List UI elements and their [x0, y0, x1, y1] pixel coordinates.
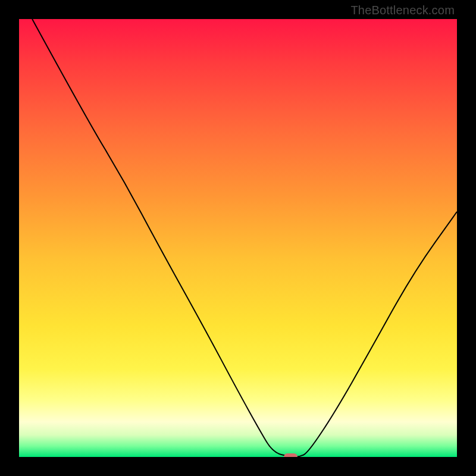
curve-layer — [19, 19, 457, 457]
optimal-point-marker — [284, 453, 298, 457]
bottleneck-chart: TheBottleneck.com — [0, 0, 476, 476]
bottleneck-curve-path — [32, 19, 457, 457]
watermark-text: TheBottleneck.com — [350, 4, 455, 17]
plot-area — [19, 19, 457, 457]
